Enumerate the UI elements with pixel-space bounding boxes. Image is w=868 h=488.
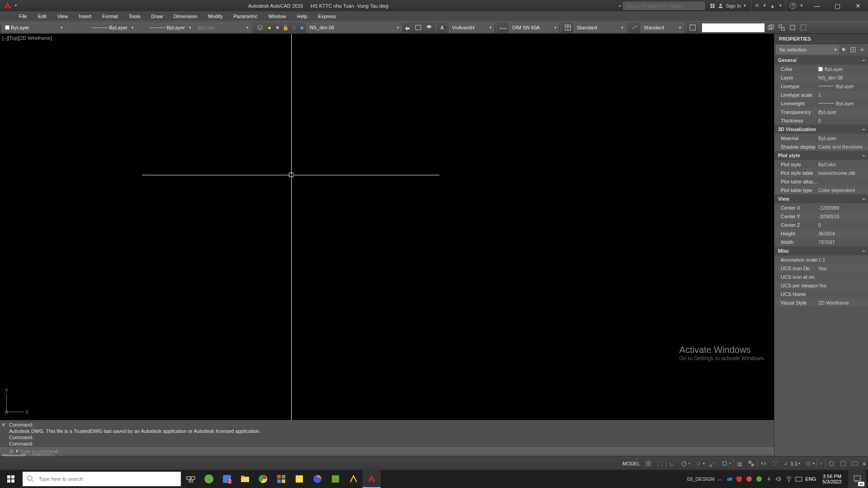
- tray-onedrive-icon[interactable]: [726, 475, 733, 483]
- annotation-monitor[interactable]: +: [817, 457, 825, 470]
- app-logo[interactable]: [2, 0, 13, 11]
- app-menu-dropdown[interactable]: ▼: [14, 4, 18, 8]
- osnaptrack-toggle[interactable]: ▾: [719, 457, 733, 470]
- layer-properties-icon[interactable]: [255, 23, 265, 33]
- isolate-objects[interactable]: [837, 457, 849, 470]
- autodesk360-icon[interactable]: ▲: [770, 3, 775, 9]
- lineweight-toggle[interactable]: [734, 457, 745, 470]
- group-icon[interactable]: [766, 23, 776, 33]
- menu-insert[interactable]: Insert: [73, 11, 97, 21]
- tb-app-yellow[interactable]: [344, 470, 363, 488]
- menu-window[interactable]: Window: [263, 11, 292, 21]
- menu-express[interactable]: Express: [312, 11, 341, 21]
- command-input[interactable]: ▾ Type a command: [0, 448, 774, 454]
- hardware-accel[interactable]: [826, 457, 837, 470]
- ungroup-icon[interactable]: [777, 23, 787, 33]
- menu-edit[interactable]: Edit: [33, 11, 52, 21]
- layer-isolate-icon[interactable]: [424, 23, 434, 33]
- workspace-switch-gear[interactable]: ▾: [802, 457, 817, 470]
- layer-freeze-icon[interactable]: ☀: [274, 23, 281, 33]
- signin-button[interactable]: Sign In ▼: [704, 0, 751, 11]
- prop-val[interactable]: Casts and Receives...: [817, 144, 868, 150]
- annotation-scale[interactable]: ⊿ 1:1▾: [781, 457, 802, 470]
- quickselect-icon[interactable]: [840, 46, 848, 54]
- maximize-button[interactable]: ▢: [827, 0, 848, 11]
- tb-app-2[interactable]: 2: [218, 470, 236, 488]
- isodraft-toggle[interactable]: ▾: [693, 457, 707, 470]
- text-style-icon[interactable]: A▾: [438, 23, 448, 33]
- menu-help[interactable]: Help: [292, 11, 313, 21]
- layer-lock-icon[interactable]: 🔓: [282, 23, 289, 33]
- prop-val[interactable]: ByLayer: [817, 84, 868, 89]
- annotation-scale-icon[interactable]: [769, 457, 781, 470]
- group-plot[interactable]: Plot style–: [774, 151, 868, 160]
- tray-app-icon[interactable]: [745, 475, 753, 483]
- tray-speaker-icon[interactable]: [775, 475, 783, 483]
- tb-chrome[interactable]: [254, 470, 272, 488]
- minimize-button[interactable]: —: [807, 0, 827, 11]
- table-style-icon[interactable]: [563, 23, 573, 33]
- plotstyle-control[interactable]: ByColor▾: [194, 23, 251, 33]
- prop-val[interactable]: 0: [817, 118, 868, 123]
- tray-arrow-icon[interactable]: [765, 475, 773, 483]
- linetype-control[interactable]: ByLayer▾: [66, 23, 136, 33]
- tb-autocad[interactable]: [363, 470, 381, 488]
- selection-combo[interactable]: No selection▾: [776, 45, 839, 54]
- prop-val[interactable]: 0: [817, 222, 868, 228]
- osnap-toggle[interactable]: [707, 457, 719, 470]
- customize-statusbar[interactable]: ≡: [861, 457, 868, 470]
- prop-val[interactable]: NS_dim 08: [817, 75, 868, 80]
- group-view[interactable]: View–: [774, 194, 868, 203]
- menu-file[interactable]: File: [14, 11, 33, 21]
- dim-style-icon[interactable]: [498, 23, 508, 33]
- drawing-canvas[interactable]: Y X Activate Windows Go to Settings to a…: [0, 34, 774, 420]
- tb-firefox[interactable]: [308, 470, 326, 488]
- start-button[interactable]: [0, 470, 22, 488]
- textstyle-control[interactable]: VnAvantH▾: [449, 23, 494, 33]
- tray-chrome-icon[interactable]: [755, 475, 763, 483]
- prop-val[interactable]: ByLayer: [817, 66, 868, 72]
- prop-val[interactable]: Yes: [817, 283, 868, 288]
- command-window[interactable]: ✕ Command: Autodesk DWG. This file is a …: [0, 420, 774, 447]
- menu-modify[interactable]: Modify: [203, 11, 228, 21]
- pickadd-icon[interactable]: [849, 46, 857, 54]
- menu-view[interactable]: View: [52, 11, 74, 21]
- tb-app-dark[interactable]: [326, 470, 344, 488]
- tray-clock[interactable]: 3:56 PM 5/3/2022: [819, 474, 845, 484]
- tray-shield-icon[interactable]: [736, 475, 743, 483]
- mleader-style-icon[interactable]: [630, 23, 640, 33]
- help-icon[interactable]: ?: [790, 3, 796, 9]
- prop-val[interactable]: Color dependent: [817, 188, 868, 193]
- cmdwin-close-icon[interactable]: ✕: [1, 422, 5, 428]
- prop-val[interactable]: ByColor: [817, 162, 868, 167]
- tb-notes[interactable]: [290, 470, 308, 488]
- task-view-icon[interactable]: [182, 470, 200, 488]
- prop-val[interactable]: Yes: [817, 266, 868, 271]
- tb-explorer[interactable]: [236, 470, 254, 488]
- prop-val[interactable]: ByLayer: [817, 101, 868, 106]
- layer-color-icon[interactable]: ■: [298, 23, 306, 33]
- color-control[interactable]: ByLayer▾: [2, 23, 65, 33]
- tablestyle-control[interactable]: Standard▾: [574, 23, 626, 33]
- menu-draw[interactable]: Draw: [146, 11, 168, 21]
- layer-state-icon[interactable]: [413, 23, 423, 33]
- taskbar-search[interactable]: Type here to search: [23, 472, 181, 486]
- multileader-icon[interactable]: [688, 23, 698, 33]
- tb-design-label[interactable]: 03_DESIGN: [684, 476, 718, 482]
- layer-control[interactable]: NS_dim 08▾: [307, 23, 401, 33]
- layer-on-icon[interactable]: ●: [266, 23, 273, 33]
- prop-val[interactable]: 363354: [817, 231, 868, 236]
- menu-parametric[interactable]: Parametric: [228, 11, 263, 21]
- tray-wifi-icon[interactable]: [785, 475, 793, 483]
- clean-screen[interactable]: [849, 457, 861, 470]
- ortho-toggle[interactable]: [666, 457, 678, 470]
- tray-language[interactable]: ENG: [805, 476, 816, 482]
- group-3dviz[interactable]: 3D Visualization–: [774, 125, 868, 134]
- menu-dimension[interactable]: Dimension: [168, 11, 203, 21]
- tray-expand-icon[interactable]: ︿: [718, 476, 723, 483]
- help-search-input[interactable]: [623, 2, 704, 10]
- prop-val[interactable]: monochrome.ctb: [817, 170, 868, 176]
- menu-format[interactable]: Format: [97, 11, 123, 21]
- grid-toggle[interactable]: [642, 457, 654, 470]
- groupbox-icon[interactable]: [798, 23, 808, 33]
